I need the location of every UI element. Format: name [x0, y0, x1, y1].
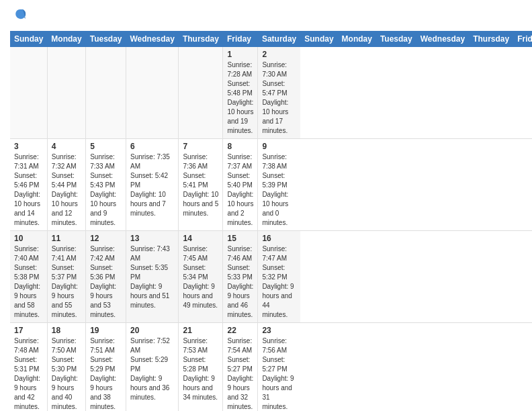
calendar-day: 20Sunrise: 7:52 AMSunset: 5:29 PMDayligh… [126, 323, 178, 412]
sunrise-text: Sunrise: 7:30 AM [262, 60, 296, 79]
calendar-week-2: 3Sunrise: 7:31 AMSunset: 5:46 PMDaylight… [10, 139, 532, 231]
day-header-thursday: Thursday [179, 31, 223, 47]
sunset-text: Sunset: 5:31 PM [14, 355, 43, 374]
day-number: 3 [14, 142, 43, 151]
daylight-text: Daylight: 9 hours and 55 minutes. [52, 282, 81, 320]
day-info: Sunrise: 7:35 AMSunset: 5:42 PMDaylight:… [130, 152, 174, 218]
calendar-day: 17Sunrise: 7:48 AMSunset: 5:31 PMDayligh… [10, 323, 47, 412]
sunset-text: Sunset: 5:27 PM [227, 355, 253, 374]
day-info: Sunrise: 7:38 AMSunset: 5:39 PMDaylight:… [262, 152, 296, 228]
sunset-text: Sunset: 5:41 PM [183, 171, 218, 190]
day-number: 17 [14, 326, 43, 335]
daylight-text: Daylight: 9 hours and 46 minutes. [227, 282, 253, 320]
day-info: Sunrise: 7:40 AMSunset: 5:38 PMDaylight:… [14, 244, 43, 320]
calendar-day: 10Sunrise: 7:40 AMSunset: 5:38 PMDayligh… [10, 231, 47, 323]
calendar-day: 14Sunrise: 7:45 AMSunset: 5:34 PMDayligh… [179, 231, 223, 323]
day-info: Sunrise: 7:33 AMSunset: 5:43 PMDaylight:… [90, 152, 122, 228]
sunrise-text: Sunrise: 7:51 AM [90, 336, 122, 355]
daylight-text: Daylight: 10 hours and 0 minutes. [262, 190, 296, 228]
daylight-text: Daylight: 10 hours and 2 minutes. [227, 190, 253, 228]
day-number: 1 [227, 50, 253, 59]
day-info: Sunrise: 7:30 AMSunset: 5:47 PMDaylight:… [262, 60, 296, 136]
calendar-day: 6Sunrise: 7:35 AMSunset: 5:42 PMDaylight… [126, 139, 178, 231]
day-number: 15 [227, 234, 253, 243]
sunset-text: Sunset: 5:43 PM [90, 171, 122, 190]
calendar-day [179, 47, 223, 139]
day-header-friday: Friday [513, 31, 532, 47]
sunrise-text: Sunrise: 7:32 AM [52, 152, 81, 171]
calendar-day: 11Sunrise: 7:41 AMSunset: 5:37 PMDayligh… [47, 231, 85, 323]
calendar-day: 19Sunrise: 7:51 AMSunset: 5:29 PMDayligh… [86, 323, 126, 412]
sunset-text: Sunset: 5:27 PM [262, 355, 296, 374]
daylight-text: Daylight: 10 hours and 12 minutes. [52, 190, 81, 228]
day-number: 19 [90, 326, 122, 335]
sunset-text: Sunset: 5:48 PM [227, 79, 253, 98]
calendar-day: 15Sunrise: 7:46 AMSunset: 5:33 PMDayligh… [223, 231, 258, 323]
sunrise-text: Sunrise: 7:41 AM [52, 244, 81, 263]
calendar-day: 5Sunrise: 7:33 AMSunset: 5:43 PMDaylight… [86, 139, 126, 231]
day-info: Sunrise: 7:31 AMSunset: 5:46 PMDaylight:… [14, 152, 43, 228]
sunset-text: Sunset: 5:35 PM [130, 263, 174, 282]
sunset-text: Sunset: 5:47 PM [262, 79, 296, 98]
day-number: 2 [262, 50, 296, 59]
day-number: 8 [227, 142, 253, 151]
calendar-day: 16Sunrise: 7:47 AMSunset: 5:32 PMDayligh… [258, 231, 300, 323]
sunrise-text: Sunrise: 7:53 AM [183, 336, 218, 355]
sunset-text: Sunset: 5:33 PM [227, 263, 253, 282]
day-header-sunday: Sunday [300, 31, 337, 47]
daylight-text: Daylight: 10 hours and 17 minutes. [262, 98, 296, 136]
sunset-text: Sunset: 5:29 PM [90, 355, 122, 374]
sunset-text: Sunset: 5:46 PM [14, 171, 43, 190]
day-number: 14 [183, 234, 218, 243]
sunset-text: Sunset: 5:34 PM [183, 263, 218, 282]
daylight-text: Daylight: 9 hours and 51 minutes. [130, 282, 174, 310]
daylight-text: Daylight: 9 hours and 34 minutes. [183, 374, 218, 402]
calendar-week-3: 10Sunrise: 7:40 AMSunset: 5:38 PMDayligh… [10, 231, 532, 323]
sunrise-text: Sunrise: 7:42 AM [90, 244, 122, 263]
logo [10, 7, 30, 26]
sunset-text: Sunset: 5:36 PM [90, 263, 122, 282]
day-info: Sunrise: 7:41 AMSunset: 5:37 PMDaylight:… [52, 244, 81, 320]
calendar-day: 23Sunrise: 7:56 AMSunset: 5:27 PMDayligh… [258, 323, 300, 412]
day-info: Sunrise: 7:28 AMSunset: 5:48 PMDaylight:… [227, 60, 253, 136]
day-number: 16 [262, 234, 296, 243]
daylight-text: Daylight: 9 hours and 49 minutes. [183, 282, 218, 310]
day-header-sunday: Sunday [10, 31, 47, 47]
calendar-day [126, 47, 178, 139]
sunset-text: Sunset: 5:40 PM [227, 171, 253, 190]
sunset-text: Sunset: 5:42 PM [130, 171, 174, 190]
calendar-week-4: 17Sunrise: 7:48 AMSunset: 5:31 PMDayligh… [10, 323, 532, 412]
sunrise-text: Sunrise: 7:28 AM [227, 60, 253, 79]
daylight-text: Daylight: 9 hours and 32 minutes. [227, 374, 253, 411]
day-number: 12 [90, 234, 122, 243]
day-info: Sunrise: 7:37 AMSunset: 5:40 PMDaylight:… [227, 152, 253, 228]
calendar-day: 12Sunrise: 7:42 AMSunset: 5:36 PMDayligh… [86, 231, 126, 323]
sunrise-text: Sunrise: 7:36 AM [183, 152, 218, 171]
sunrise-text: Sunrise: 7:52 AM [130, 336, 174, 355]
calendar-day [86, 47, 126, 139]
day-header-tuesday: Tuesday [86, 31, 126, 47]
day-number: 5 [90, 142, 122, 151]
day-info: Sunrise: 7:53 AMSunset: 5:28 PMDaylight:… [183, 336, 218, 402]
day-info: Sunrise: 7:46 AMSunset: 5:33 PMDaylight:… [227, 244, 253, 320]
page-header [10, 7, 522, 26]
sunrise-text: Sunrise: 7:33 AM [90, 152, 122, 171]
page-container: SundayMondayTuesdayWednesdayThursdayFrid… [0, 0, 532, 411]
day-info: Sunrise: 7:47 AMSunset: 5:32 PMDaylight:… [262, 244, 296, 320]
day-number: 4 [52, 142, 81, 151]
calendar-day: 9Sunrise: 7:38 AMSunset: 5:39 PMDaylight… [258, 139, 300, 231]
sunset-text: Sunset: 5:32 PM [262, 263, 296, 282]
daylight-text: Daylight: 10 hours and 19 minutes. [227, 98, 253, 136]
day-header-wednesday: Wednesday [126, 31, 178, 47]
day-info: Sunrise: 7:54 AMSunset: 5:27 PMDaylight:… [227, 336, 253, 411]
calendar-day: 1Sunrise: 7:28 AMSunset: 5:48 PMDaylight… [223, 47, 258, 139]
daylight-text: Daylight: 10 hours and 9 minutes. [90, 190, 122, 228]
sunrise-text: Sunrise: 7:37 AM [227, 152, 253, 171]
day-number: 20 [130, 326, 174, 335]
sunrise-text: Sunrise: 7:43 AM [130, 244, 174, 263]
sunset-text: Sunset: 5:38 PM [14, 263, 43, 282]
day-header-tuesday: Tuesday [376, 31, 416, 47]
sunrise-text: Sunrise: 7:47 AM [262, 244, 296, 263]
sunset-text: Sunset: 5:30 PM [52, 355, 81, 374]
day-info: Sunrise: 7:48 AMSunset: 5:31 PMDaylight:… [14, 336, 43, 411]
